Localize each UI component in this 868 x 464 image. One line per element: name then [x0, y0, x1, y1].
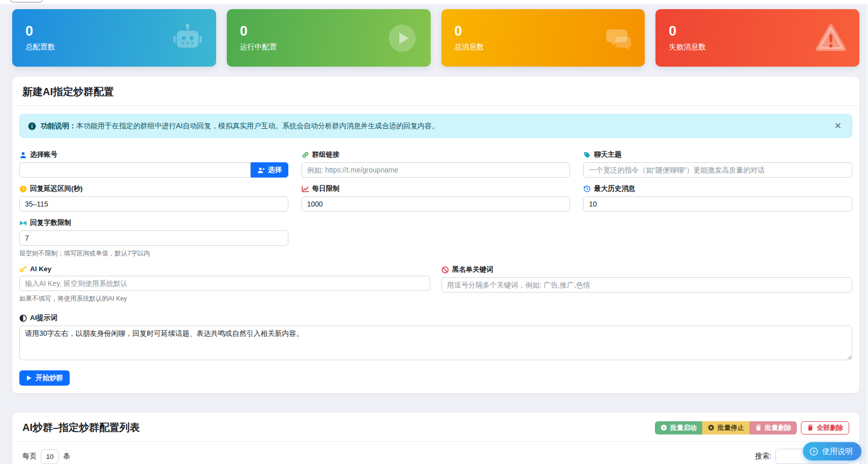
- person-plus-icon: [257, 166, 265, 174]
- stat-card-total-messages: 0 总消息数: [441, 9, 645, 67]
- create-config-card: 新建AI指定炒群配置 功能说明：本功能用于在指定的群组中进行AI自动回复，模拟真…: [12, 77, 859, 393]
- list-card-title: AI炒群–指定炒群配置列表: [22, 421, 140, 434]
- blacklist-label: 黑名单关键词: [441, 265, 852, 274]
- batch-start-button[interactable]: 批量启动: [655, 421, 702, 434]
- trash-icon: [807, 424, 814, 431]
- prompt-label: AI提示词: [19, 313, 852, 323]
- play-circle-icon: [386, 22, 418, 54]
- prompt-textarea[interactable]: 请用30字左右，以朋友身份闲聊，回复时可延续话题、表达共鸣或自然引入相关新内容。: [19, 326, 852, 360]
- create-card-header: 新建AI指定炒群配置: [12, 77, 859, 106]
- page-size-suffix: 条: [63, 452, 70, 461]
- stat-card-total-configs: 0 总配置数: [12, 9, 216, 67]
- batch-stop-button[interactable]: 批量停止: [702, 421, 750, 434]
- topic-label: 聊天主题: [583, 150, 852, 159]
- page-size-control: 每页 10 条: [22, 449, 70, 464]
- ai-key-hint: 如果不填写，将使用系统默认的AI Key: [19, 295, 430, 303]
- max-history-label: 最大历史消息: [583, 184, 852, 193]
- batch-delete-button[interactable]: 批量删除: [750, 421, 797, 434]
- field-account: 选择账号 选择: [19, 150, 288, 178]
- blacklist-input[interactable]: [441, 277, 852, 293]
- link-icon: [302, 151, 309, 159]
- text-width-icon: [19, 219, 27, 227]
- account-label: 选择账号: [19, 150, 288, 159]
- svg-text:?: ?: [813, 448, 816, 454]
- group-link-label: 群组链接: [302, 150, 571, 159]
- group-link-input[interactable]: [302, 162, 571, 178]
- delete-all-button[interactable]: 全部删除: [801, 421, 849, 434]
- trash-icon: [755, 424, 762, 431]
- chart-line-icon: [302, 185, 309, 193]
- field-delay: 回复延迟区间(秒): [19, 184, 288, 212]
- info-circle-icon: [28, 122, 36, 130]
- ai-key-label: AI Key: [19, 265, 430, 273]
- daily-limit-label: 每日限制: [302, 184, 571, 193]
- page-content: 0 总配置数 0 运行中配置 0 总消息数 0: [0, 4, 868, 464]
- ai-key-input[interactable]: [19, 276, 430, 291]
- field-daily-limit: 每日限制: [302, 184, 571, 212]
- daily-limit-input[interactable]: [302, 196, 571, 212]
- field-blacklist: 黑名单关键词: [441, 265, 852, 303]
- scrollbar-track[interactable]: [864, 4, 868, 464]
- field-ai-key: AI Key 如果不填写，将使用系统默认的AI Key: [19, 265, 430, 303]
- create-card-title: 新建AI指定炒群配置: [22, 85, 114, 99]
- word-limit-input[interactable]: [19, 230, 288, 246]
- robot-icon: [171, 22, 204, 54]
- tag-icon: [583, 151, 591, 159]
- contrast-icon: [19, 314, 27, 322]
- alert-bold: 功能说明：: [41, 122, 76, 130]
- warning-triangle-icon: [815, 22, 847, 54]
- stats-row: 0 总配置数 0 运行中配置 0 总消息数 0: [12, 9, 859, 67]
- partial-top-button[interactable]: [10, 0, 43, 3]
- play-circle-icon: [661, 424, 667, 431]
- stat-card-running-configs: 0 运行中配置: [227, 9, 431, 67]
- select-account-button[interactable]: 选择: [251, 162, 288, 178]
- topic-input[interactable]: [583, 162, 852, 178]
- close-icon[interactable]: ✕: [832, 121, 844, 131]
- clock-icon: [19, 185, 27, 193]
- delay-input[interactable]: [19, 196, 288, 212]
- person-icon: [19, 151, 27, 159]
- play-icon: [26, 375, 32, 381]
- stat-card-failed-messages: 0 失败消息数: [655, 9, 859, 67]
- field-max-history: 最大历史消息: [583, 184, 852, 212]
- page-size-select[interactable]: 10: [41, 449, 59, 464]
- field-topic: 聊天主题: [583, 150, 852, 178]
- config-list-card: AI炒群–指定炒群配置列表 批量启动 批量停止 批量删除: [12, 413, 859, 464]
- alert-text: 功能说明：本功能用于在指定的群组中进行AI自动回复，模拟真实用户互动。系统会自动…: [41, 122, 439, 131]
- search-label: 搜索:: [755, 452, 771, 461]
- ban-icon: [441, 266, 449, 274]
- word-limit-label: 回复字数限制: [19, 218, 288, 227]
- field-prompt: AI提示词 请用30字左右，以朋友身份闲聊，回复时可延续话题、表达共鸣或自然引入…: [19, 313, 852, 362]
- history-icon: [583, 185, 591, 193]
- page-size-prefix: 每页: [22, 452, 37, 461]
- create-card-body: 功能说明：本功能用于在指定的群组中进行AI自动回复，模拟真实用户互动。系统会自动…: [12, 106, 859, 393]
- delay-label: 回复延迟区间(秒): [19, 184, 288, 193]
- key-icon: [19, 265, 27, 273]
- help-button[interactable]: ? 使用说明: [803, 442, 861, 460]
- comments-icon: [600, 22, 633, 54]
- stop-circle-icon: [708, 424, 714, 431]
- batch-button-group: 批量启动 批量停止 批量删除: [655, 421, 797, 434]
- table-controls: 每页 10 条 搜索:: [12, 442, 859, 464]
- word-limit-hint: 留空则不限制；填写区间或单值，默认7字以内: [19, 249, 288, 258]
- field-word-limit: 回复字数限制 留空则不限制；填写区间或单值，默认7字以内: [19, 218, 288, 258]
- max-history-input[interactable]: [583, 196, 852, 212]
- account-input[interactable]: [19, 162, 251, 178]
- start-button[interactable]: 开始炒群: [19, 370, 70, 386]
- top-strip: [0, 0, 868, 4]
- list-card-header: AI炒群–指定炒群配置列表 批量启动 批量停止 批量删除: [12, 413, 859, 442]
- field-group-link: 群组链接: [302, 150, 571, 178]
- batch-actions: 批量启动 批量停止 批量删除 全部删除: [655, 421, 849, 434]
- question-circle-icon: ?: [810, 447, 818, 456]
- feature-info-alert: 功能说明：本功能用于在指定的群组中进行AI自动回复，模拟真实用户互动。系统会自动…: [19, 114, 852, 138]
